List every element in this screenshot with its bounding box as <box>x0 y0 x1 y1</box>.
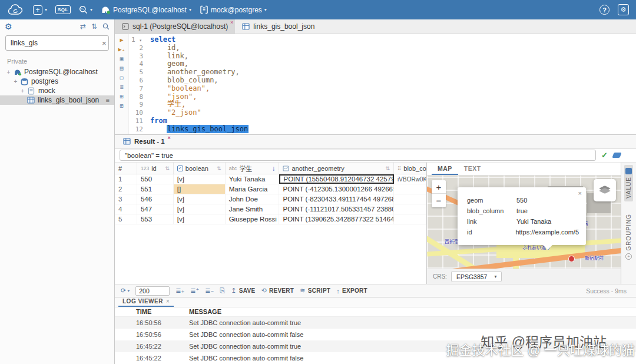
chevron-down-icon: ▾ <box>494 274 496 279</box>
database-selector[interactable]: mock@postgres ▾ <box>200 5 267 14</box>
value-panel-strip: VALUE GROUPING + <box>621 163 636 284</box>
selected-cell[interactable]: POINT (15550408.912046732 4257980.732...… <box>279 174 394 184</box>
feature-popup: × geom550 blob_columntrue linkYuki Tanak… <box>458 187 586 245</box>
delete-row-icon[interactable]: ≣₋ <box>205 287 214 294</box>
duplicate-row-icon[interactable]: ≣⁺ <box>190 287 199 294</box>
table-row[interactable]: 4 547 [v] Jane Smith POINT (-11121017.50… <box>115 204 426 214</box>
table-row[interactable]: 1 550 [v] Yuki Tanaka POINT (15550408.91… <box>115 174 426 184</box>
explain-plan-icon[interactable]: ▣ <box>120 55 123 62</box>
grouping-icon: + <box>625 253 632 260</box>
search-icon[interactable] <box>102 23 110 30</box>
navigator-search-box[interactable]: × <box>5 35 109 51</box>
close-popup-icon[interactable]: × <box>578 190 582 197</box>
expand-icon[interactable]: + <box>13 78 18 85</box>
new-script-icon[interactable]: ▢ <box>120 74 123 81</box>
cloud-logo-icon[interactable] <box>7 4 25 16</box>
add-row-icon[interactable]: ≣₊ <box>175 287 184 294</box>
export-button[interactable]: ↑EXPORT <box>336 287 367 294</box>
tab-text[interactable]: TEXT <box>458 163 487 175</box>
log-row[interactable]: 16:45:22Set JDBC connection auto-commit … <box>115 352 636 364</box>
close-tab-icon[interactable]: × <box>168 135 171 141</box>
clear-filter-icon[interactable] <box>612 153 621 158</box>
edit-cell-icon[interactable]: ⎘ <box>220 287 225 294</box>
column-header-id[interactable]: 123id⇅ <box>137 163 174 174</box>
sync-icon[interactable]: ⇄ <box>80 22 86 31</box>
database-icon <box>21 78 29 85</box>
chevron-down-icon: ▾ <box>189 7 191 12</box>
table-row[interactable]: 3 546 [v] John Doe POINT (-8230433.49111… <box>115 194 426 204</box>
highlighted-cell[interactable]: [] <box>174 184 226 194</box>
fetch-size-input[interactable] <box>135 286 170 296</box>
script-button[interactable]: ≋SCRIPT <box>300 287 330 294</box>
tab-log-viewer[interactable]: LOG VIEWER × <box>118 297 174 307</box>
new-object-button[interactable]: + ▾ <box>33 5 47 15</box>
close-tab-icon[interactable]: × <box>230 19 233 25</box>
tab-result-1[interactable]: Result - 1 × <box>118 135 170 148</box>
refresh-button[interactable]: ⟳▾ <box>121 287 130 294</box>
navigator-settings-icon[interactable]: ⚙ <box>5 22 12 31</box>
zoom-in-button[interactable]: + <box>432 180 446 194</box>
result-filter-input[interactable] <box>120 150 596 161</box>
tab-map[interactable]: MAP <box>432 163 458 175</box>
save-button[interactable]: ↥SAVE <box>231 287 255 294</box>
column-header-boolean[interactable]: ✓boolean⇅ <box>174 163 226 174</box>
close-tab-icon[interactable]: × <box>166 298 170 305</box>
execute-script-icon[interactable]: ▤ <box>120 65 123 71</box>
layers-icon <box>599 186 610 194</box>
result-grid[interactable]: # 123id⇅ ✓boolean⇅ abc学生↓ another_geomet… <box>115 163 427 284</box>
table-row[interactable]: 5 553 [v] Giuseppe Rossi POINT (1390625.… <box>115 214 426 224</box>
sort-icon[interactable]: ⇅ <box>165 166 170 171</box>
layers-button[interactable] <box>594 179 616 201</box>
tree-item-schema[interactable]: + mock <box>0 86 114 95</box>
drag-handle-icon[interactable]: ≡ <box>106 97 110 104</box>
connection-selector[interactable]: PostgreSQL@localhost ▾ <box>101 5 191 14</box>
tab-sql-editor[interactable]: sql-1 (PostgreSQL@localhost) × <box>115 19 235 34</box>
sql-editor[interactable]: ▶ ▶₊ ▣ ▤ ▢ ≣ ⊞ ⊞ 1 ▾select 2 id, 3 link,… <box>115 34 636 134</box>
execute-new-tab-icon[interactable]: ▶₊ <box>118 46 125 52</box>
collapse-icon[interactable]: ⇅ <box>91 22 97 31</box>
expand-icon[interactable]: + <box>6 69 11 75</box>
binary-type-icon: ⠿ <box>398 166 401 171</box>
expand-icon[interactable]: + <box>20 88 25 94</box>
apply-filter-icon[interactable]: ✓ <box>601 151 608 160</box>
map-canvas[interactable]: 新宿西口 新宿駅西 新宿 西新宿五丁目 ふれあい通り 新宿駅前 + − <box>427 176 621 269</box>
tab-grouping[interactable]: GROUPING + <box>624 211 633 262</box>
sort-icon[interactable]: ⇅ <box>217 166 221 171</box>
map-label: 新宿駅前 <box>585 254 604 261</box>
navigator-search-input[interactable] <box>11 39 102 47</box>
log-row[interactable]: 16:50:56Set JDBC connection auto-commit … <box>115 317 636 329</box>
crs-dropdown[interactable]: EPSG3857 ▾ <box>451 271 502 282</box>
column-header-rownum[interactable]: # <box>115 163 137 174</box>
search-actions-button[interactable]: ▾ <box>79 5 92 14</box>
tab-value[interactable]: VALUE <box>624 165 633 201</box>
code-area[interactable]: 1 ▾select 2 id, 3 link, 4 geom, 5 anothe… <box>129 34 636 134</box>
zoom-out-button[interactable]: − <box>432 194 446 207</box>
column-header-geometry[interactable]: another_geometry⇅ <box>279 163 394 174</box>
plus-icon: + <box>33 5 42 15</box>
revert-button[interactable]: ⟲REVERT <box>261 287 294 294</box>
help-button[interactable]: ? <box>599 5 610 15</box>
open-file-icon[interactable]: ⊞ <box>120 102 123 109</box>
log-row[interactable]: 16:45:22Set JDBC connection auto-commit … <box>115 340 636 352</box>
execute-icon[interactable]: ▶ <box>120 37 123 43</box>
tab-table-viewer[interactable]: links_gis_bool_json <box>235 19 322 34</box>
clear-search-icon[interactable]: × <box>102 39 107 48</box>
sort-icon[interactable]: ⇅ <box>386 166 390 171</box>
sort-desc-icon[interactable]: ↓ <box>271 164 275 173</box>
grid-icon <box>123 138 131 145</box>
editor-action-gutter: ▶ ▶₊ ▣ ▤ ▢ ≣ ⊞ ⊞ <box>115 34 129 134</box>
sql-editor-button[interactable]: SQL <box>55 5 71 14</box>
tree-item-connection[interactable]: + PostgreSQL@localhost <box>0 67 114 77</box>
export-result-icon[interactable]: ⊞ <box>120 93 123 100</box>
row-count-icon[interactable]: ≣ <box>120 84 123 90</box>
tree-item-database[interactable]: + postgres <box>0 77 114 86</box>
column-header-blob[interactable]: ⠿blob_colu <box>394 163 426 174</box>
log-row[interactable]: 16:50:56Set JDBC connection auto-commit … <box>115 329 636 340</box>
tab-label: Result - 1 <box>134 138 165 145</box>
settings-button[interactable]: ⚙ <box>618 4 629 15</box>
log-viewer: LOG VIEWER × TIME MESSAGE 16:50:56Set JD… <box>115 297 636 364</box>
column-header-student[interactable]: abc学生↓ <box>226 163 280 174</box>
elephant-icon <box>101 5 111 14</box>
table-row[interactable]: 2 551 [] Maria Garcia POINT (-412305.130… <box>115 184 426 194</box>
tree-item-table[interactable]: links_gis_bool_json ≡ <box>0 95 114 105</box>
